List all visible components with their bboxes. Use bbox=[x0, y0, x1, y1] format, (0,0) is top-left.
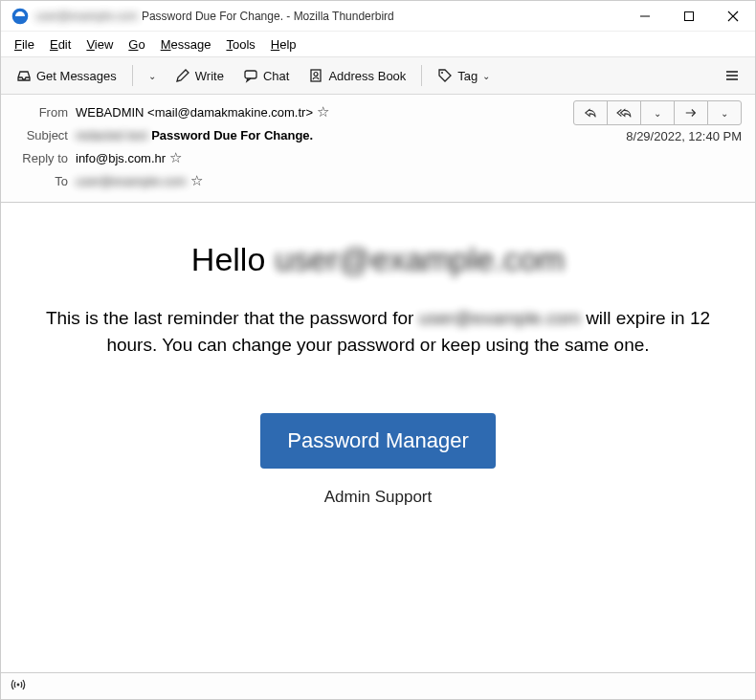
menu-view[interactable]: View bbox=[78, 34, 121, 55]
address-book-label: Address Book bbox=[328, 69, 406, 83]
hello-redacted: user@example.com bbox=[275, 241, 565, 278]
forward-dropdown[interactable]: ⌄ bbox=[707, 100, 742, 125]
reply-all-icon bbox=[615, 106, 633, 120]
svg-point-12 bbox=[17, 684, 20, 687]
message-datetime: 8/29/2022, 12:40 PM bbox=[626, 129, 742, 143]
chevron-down-icon: ⌄ bbox=[721, 108, 728, 119]
subject-redacted: redacted text bbox=[76, 128, 147, 142]
menu-file[interactable]: File bbox=[7, 34, 42, 55]
star-icon[interactable]: ☆ bbox=[190, 172, 203, 189]
to-redacted: user@example.com bbox=[76, 174, 187, 188]
menu-go[interactable]: Go bbox=[121, 34, 152, 55]
greeting: Hello user@example.com bbox=[24, 241, 732, 278]
reply-to-value[interactable]: info@bjs.com.hr bbox=[76, 151, 166, 165]
menu-help[interactable]: Help bbox=[263, 34, 304, 55]
forward-button[interactable] bbox=[674, 100, 708, 125]
menu-message[interactable]: Message bbox=[153, 34, 219, 55]
password-manager-button[interactable]: Password Manager bbox=[260, 413, 496, 469]
address-book-button[interactable]: Address Book bbox=[300, 64, 413, 87]
body-paragraph: This is the last reminder that the passw… bbox=[33, 305, 723, 358]
menubar: File Edit View Go Message Tools Help bbox=[1, 32, 755, 56]
chat-label: Chat bbox=[263, 69, 289, 83]
close-button[interactable] bbox=[711, 1, 755, 31]
hamburger-icon bbox=[724, 68, 740, 83]
svg-point-8 bbox=[441, 72, 443, 74]
from-label: From bbox=[14, 105, 76, 120]
body-text-before: This is the last reminder that the passw… bbox=[46, 308, 413, 328]
broadcast-icon[interactable] bbox=[11, 677, 26, 695]
menu-edit[interactable]: Edit bbox=[42, 34, 78, 55]
get-messages-label: Get Messages bbox=[36, 69, 117, 83]
pencil-icon bbox=[175, 68, 190, 83]
window-title: user@example.com Password Due For Change… bbox=[35, 10, 623, 23]
body-redacted: user@example.com bbox=[419, 305, 581, 332]
write-label: Write bbox=[195, 69, 224, 83]
reply-icon bbox=[583, 106, 598, 120]
to-label: To bbox=[14, 174, 76, 188]
titlebar: user@example.com Password Due For Change… bbox=[1, 1, 755, 32]
hamburger-menu-button[interactable] bbox=[717, 64, 747, 87]
svg-rect-5 bbox=[245, 71, 256, 78]
star-icon[interactable]: ☆ bbox=[317, 103, 329, 120]
svg-rect-2 bbox=[685, 11, 694, 20]
toolbar: Get Messages ⌄ Write Chat Address Book T… bbox=[1, 56, 755, 95]
window-controls bbox=[623, 1, 755, 31]
reply-button[interactable] bbox=[573, 100, 608, 125]
title-redacted: user@example.com bbox=[35, 10, 138, 23]
header-to: To user@example.com ☆ bbox=[14, 169, 742, 192]
subject-text: Password Due For Change. bbox=[151, 128, 313, 142]
reply-dropdown[interactable]: ⌄ bbox=[640, 100, 675, 125]
message-body: Hello user@example.com This is the last … bbox=[1, 203, 755, 672]
hello-text: Hello bbox=[191, 241, 265, 278]
reply-all-button[interactable] bbox=[607, 100, 641, 125]
maximize-button[interactable] bbox=[667, 1, 711, 31]
header-reply-to: Reply to info@bjs.com.hr ☆ bbox=[14, 146, 742, 169]
minimize-button[interactable] bbox=[623, 1, 667, 31]
chevron-down-icon: ⌄ bbox=[482, 71, 490, 81]
from-value[interactable]: WEBADMIN <mail@damakmakine.com.tr> bbox=[76, 105, 313, 120]
chat-icon bbox=[243, 68, 258, 83]
window: user@example.com Password Due For Change… bbox=[0, 0, 756, 700]
tag-label: Tag bbox=[457, 69, 478, 83]
message-headers: ⌄ ⌄ From WEBADMIN <mail@damakmakine.com.… bbox=[1, 95, 755, 203]
admin-support-text: Admin Support bbox=[24, 488, 732, 507]
menu-tools[interactable]: Tools bbox=[218, 34, 262, 55]
inbox-icon bbox=[16, 68, 32, 83]
title-text: Password Due For Change. - Mozilla Thund… bbox=[142, 10, 394, 23]
app-icon bbox=[11, 7, 30, 26]
subject-label: Subject bbox=[14, 128, 76, 142]
tag-button[interactable]: Tag ⌄ bbox=[430, 64, 498, 87]
chevron-down-icon: ⌄ bbox=[654, 108, 661, 119]
svg-point-7 bbox=[314, 73, 318, 77]
chevron-down-icon: ⌄ bbox=[148, 71, 156, 81]
forward-icon bbox=[683, 106, 699, 120]
divider bbox=[421, 65, 422, 86]
chat-button[interactable]: Chat bbox=[235, 64, 297, 87]
reply-to-label: Reply to bbox=[14, 151, 76, 165]
get-messages-dropdown[interactable]: ⌄ bbox=[141, 67, 164, 85]
statusbar bbox=[1, 672, 755, 699]
get-messages-button[interactable]: Get Messages bbox=[9, 64, 124, 87]
star-icon[interactable]: ☆ bbox=[169, 149, 182, 166]
write-button[interactable]: Write bbox=[167, 64, 232, 87]
divider bbox=[132, 65, 133, 86]
tag-icon bbox=[437, 68, 453, 83]
address-book-icon bbox=[308, 68, 323, 83]
header-action-bar: ⌄ ⌄ bbox=[573, 100, 742, 125]
